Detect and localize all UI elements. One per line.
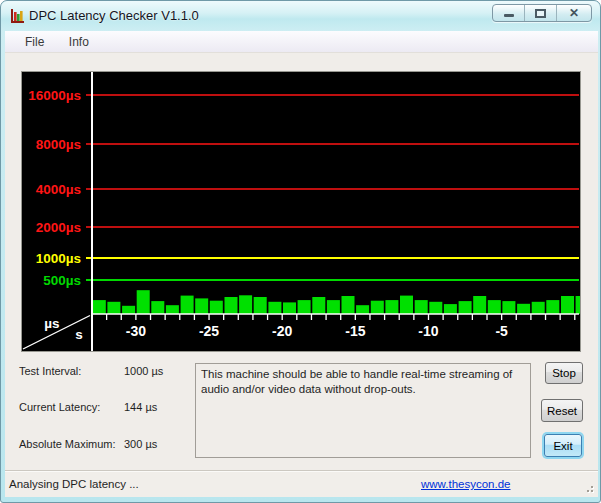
svg-text:-25: -25 [199, 323, 219, 339]
window-title: DPC Latency Checker V1.1.0 [29, 8, 199, 23]
stat-label: Current Latency: [19, 401, 100, 413]
minimize-icon [504, 14, 514, 17]
exit-button[interactable]: Exit [544, 434, 582, 457]
stat-current-latency: Current Latency: 144 µs [5, 401, 195, 415]
window-controls: ✕ [492, 4, 592, 22]
reset-button[interactable]: Reset [541, 399, 583, 422]
svg-text:-30: -30 [126, 323, 146, 339]
website-link[interactable]: www.thesycon.de [421, 478, 511, 490]
client-area: 16000µs8000µs4000µs2000µs1000µs500µs-30-… [5, 53, 598, 470]
stat-label: Test Interval: [19, 365, 81, 377]
latency-chart-plot: 16000µs8000µs4000µs2000µs1000µs500µs-30-… [22, 72, 580, 351]
menu-file[interactable]: File [19, 31, 50, 52]
stat-value: 1000 µs [124, 365, 163, 377]
statusbar: Analysing DPC latency ... www.thesycon.d… [5, 470, 598, 497]
svg-text:1000µs: 1000µs [36, 251, 81, 266]
close-icon: ✕ [557, 6, 591, 20]
svg-text:4000µs: 4000µs [36, 182, 81, 197]
minimize-button[interactable] [493, 5, 525, 21]
svg-text:8000µs: 8000µs [36, 137, 81, 152]
stat-value: 300 µs [124, 438, 157, 450]
stat-absolute-maximum: Absolute Maximum: 300 µs [5, 438, 195, 452]
svg-text:2000µs: 2000µs [36, 220, 81, 235]
close-button[interactable]: ✕ [557, 5, 591, 21]
stat-label: Absolute Maximum: [19, 438, 116, 450]
svg-text:s: s [75, 327, 83, 342]
svg-text:-15: -15 [345, 323, 365, 339]
latency-chart: 16000µs8000µs4000µs2000µs1000µs500µs-30-… [21, 71, 581, 352]
maximize-button[interactable] [525, 5, 557, 21]
status-text: Analysing DPC latency ... [9, 478, 139, 490]
resize-grip[interactable] [583, 482, 593, 492]
stat-value: 144 µs [124, 401, 157, 413]
app-window: DPC Latency Checker V1.1.0 ✕ File Info 1… [0, 0, 601, 503]
menu-info[interactable]: Info [63, 31, 95, 52]
maximize-icon [535, 9, 546, 18]
svg-text:16000µs: 16000µs [28, 88, 81, 103]
menubar: File Info [5, 31, 598, 53]
svg-text:-10: -10 [418, 323, 438, 339]
stop-button[interactable]: Stop [545, 362, 583, 384]
message-box: This machine should be able to handle re… [195, 363, 531, 458]
app-icon [9, 8, 25, 24]
svg-text:500µs: 500µs [43, 273, 81, 288]
message-text: This machine should be able to handle re… [201, 368, 512, 395]
svg-text:µs: µs [44, 316, 59, 331]
stat-test-interval: Test Interval: 1000 µs [5, 365, 195, 379]
svg-text:-5: -5 [495, 323, 508, 339]
titlebar[interactable]: DPC Latency Checker V1.1.0 ✕ [1, 1, 600, 31]
svg-text:-20: -20 [272, 323, 292, 339]
